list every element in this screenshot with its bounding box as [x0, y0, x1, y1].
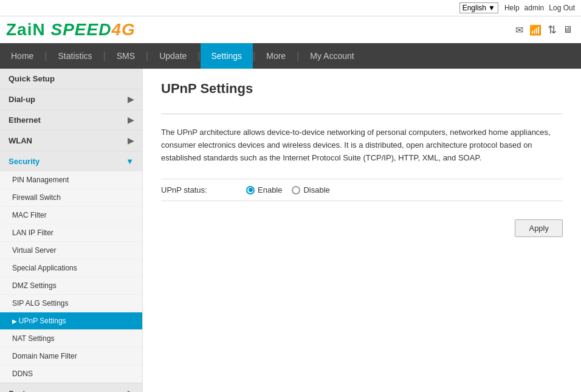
logo-4g: 4G: [111, 20, 135, 39]
sidebar-ethernet-header[interactable]: Ethernet ▶: [0, 110, 142, 130]
mail-icon: [515, 24, 523, 36]
status-icons: 📶 ⇅ 🖥: [515, 23, 572, 36]
sidebar-item-upnp[interactable]: UPnP Settings: [0, 312, 142, 330]
sidebar-section-ethernet: Ethernet ▶: [0, 110, 142, 131]
security-arrow-icon: ▼: [126, 157, 134, 166]
logo-speed: SPEED: [50, 20, 111, 39]
radio-group: Enable Disable: [246, 185, 330, 194]
sidebar-item-ddns[interactable]: DDNS: [0, 365, 142, 383]
sidebar-item-domainfilter[interactable]: Domain Name Filter: [0, 348, 142, 365]
page-title: UPnP Settings: [161, 81, 563, 101]
sidebar-item-sipalg[interactable]: SIP ALG Settings: [0, 295, 142, 312]
nav-sms[interactable]: SMS: [106, 43, 146, 69]
nav-update[interactable]: Update: [148, 43, 198, 69]
sidebar-item-dmz[interactable]: DMZ Settings: [0, 277, 142, 295]
sidebar-item-mac[interactable]: MAC Filter: [0, 207, 142, 224]
main-layout: Quick Setup Dial-up ▶ Ethernet ▶ WLAN ▶ …: [0, 69, 581, 392]
logo: ZaiN SPEED4G: [6, 20, 136, 40]
top-links: Help admin Log Out: [504, 4, 575, 12]
sidebar-section-system: System ▶: [0, 383, 142, 392]
upnp-label: UPnP status:: [161, 185, 246, 194]
nav-statistics[interactable]: Statistics: [47, 43, 103, 69]
sidebar-item-virtualserver[interactable]: Virtual Server: [0, 242, 142, 260]
logo-bar: ZaiN SPEED4G 📶 ⇅ 🖥: [0, 16, 581, 43]
sidebar-section-dialup: Dial-up ▶: [0, 89, 142, 110]
monitor-icon: 🖥: [563, 24, 572, 35]
radio-enable-dot: [246, 186, 255, 194]
nav-settings[interactable]: Settings: [201, 43, 253, 69]
radio-disable[interactable]: Disable: [292, 185, 329, 194]
sidebar-item-firewall[interactable]: Firewall Switch: [0, 189, 142, 207]
admin-label: admin: [524, 4, 545, 12]
sidebar-item-lanip[interactable]: LAN IP Filter: [0, 224, 142, 242]
sidebar-dialup-header[interactable]: Dial-up ▶: [0, 89, 142, 109]
sidebar-item-specialapps[interactable]: Special Applications: [0, 260, 142, 277]
help-link[interactable]: Help: [504, 4, 520, 12]
title-divider: [161, 114, 563, 114]
description-box: The UPnP architecture allows device-to-d…: [161, 126, 563, 164]
sidebar-item-pin[interactable]: PIN Management: [0, 171, 142, 189]
upnp-form-row: UPnP status: Enable Disable: [161, 179, 563, 201]
sidebar-section-quicksetup: Quick Setup: [0, 69, 142, 89]
language-label: English: [462, 4, 486, 12]
sidebar-section-wlan: WLAN ▶: [0, 131, 142, 151]
radio-disable-dot: [292, 186, 300, 194]
nav-bar: Home | Statistics | SMS | Update | Setti…: [0, 43, 581, 69]
sidebar-section-security: Security ▼ PIN Management Firewall Switc…: [0, 151, 142, 383]
nav-home[interactable]: Home: [0, 43, 44, 69]
dropdown-arrow-icon: ▼: [488, 4, 495, 12]
radio-enable[interactable]: Enable: [246, 185, 282, 194]
system-arrow-icon: ▶: [128, 389, 134, 392]
nav-myaccount[interactable]: My Account: [299, 43, 365, 69]
apply-button[interactable]: Apply: [515, 219, 563, 237]
apply-row: Apply: [161, 213, 563, 243]
top-bar: English ▼ Help admin Log Out: [0, 0, 581, 16]
content-area: UPnP Settings The UPnP architecture allo…: [143, 69, 581, 392]
wlan-arrow-icon: ▶: [128, 136, 134, 145]
sidebar-system-header[interactable]: System ▶: [0, 383, 142, 392]
logo-zain: ZaiN: [6, 20, 50, 39]
sidebar-wlan-header[interactable]: WLAN ▶: [0, 131, 142, 151]
ethernet-arrow-icon: ▶: [128, 115, 134, 125]
language-selector[interactable]: English ▼: [459, 2, 498, 13]
dialup-arrow-icon: ▶: [128, 95, 134, 104]
sidebar: Quick Setup Dial-up ▶ Ethernet ▶ WLAN ▶ …: [0, 69, 143, 392]
sidebar-item-nat[interactable]: NAT Settings: [0, 330, 142, 348]
sidebar-security-header[interactable]: Security ▼: [0, 151, 142, 171]
logout-link[interactable]: Log Out: [549, 4, 575, 12]
nav-more[interactable]: More: [255, 43, 297, 69]
signal-icon: 📶: [529, 24, 541, 36]
sidebar-quicksetup-header[interactable]: Quick Setup: [0, 69, 142, 89]
transfer-icon: ⇅: [548, 23, 557, 36]
